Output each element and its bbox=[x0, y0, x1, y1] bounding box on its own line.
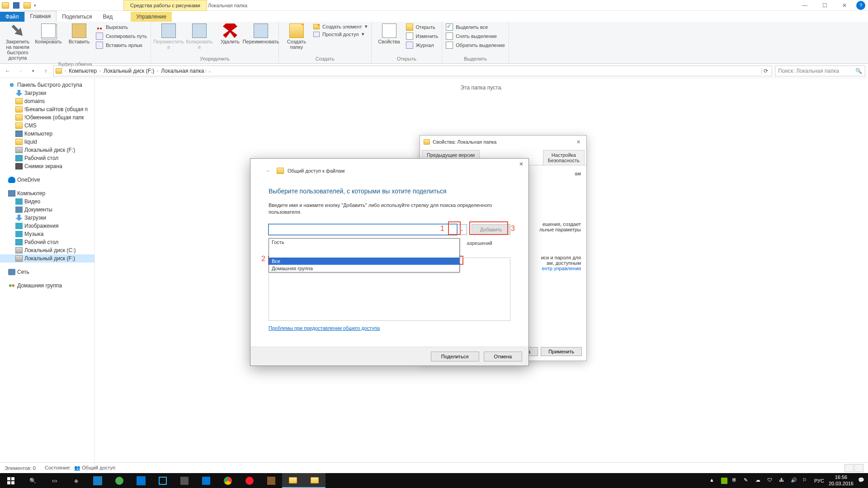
copyto-button[interactable]: Копировать в bbox=[185, 23, 213, 50]
tree-item-selected[interactable]: Локальный диск (F:) bbox=[0, 254, 94, 263]
tree-item[interactable]: Снимки экрана bbox=[0, 162, 94, 170]
rename-button[interactable]: Переименовать bbox=[247, 23, 275, 44]
props-tab-config[interactable]: Настройка Безопасность bbox=[543, 150, 585, 165]
taskbar-opera-icon[interactable] bbox=[239, 473, 260, 488]
tab-view[interactable]: Вид bbox=[97, 12, 118, 22]
tree-item[interactable]: Локальный диск (F:) bbox=[0, 146, 94, 154]
tree-item[interactable]: domains bbox=[0, 97, 94, 105]
tree-item[interactable]: CMS bbox=[0, 122, 94, 130]
tray-language[interactable]: РУС bbox=[814, 478, 824, 483]
paste-shortcut-button[interactable]: Вставить ярлык bbox=[96, 42, 147, 49]
address-box[interactable]: › Компьютер › Локальный диск (F:) › Лока… bbox=[53, 66, 772, 76]
tree-item[interactable]: Рабочий стол bbox=[0, 238, 94, 246]
tree-item[interactable]: Музыка bbox=[0, 230, 94, 238]
tab-share[interactable]: Поделиться bbox=[57, 12, 97, 22]
tree-item[interactable]: !Бекапы сайтов (общая п bbox=[0, 105, 94, 113]
share-close-button[interactable]: ✕ bbox=[515, 160, 528, 169]
tree-item[interactable]: Рабочий стол bbox=[0, 154, 94, 162]
tree-item[interactable]: Изображения bbox=[0, 222, 94, 230]
tree-item[interactable]: Локальный диск (C:) bbox=[0, 246, 94, 254]
tray-icon[interactable]: ✎ bbox=[744, 477, 751, 484]
refresh-button[interactable]: ⟳ bbox=[761, 68, 770, 74]
selectnone-button[interactable]: Снять выделение bbox=[446, 33, 505, 40]
taskbar-app[interactable] bbox=[108, 473, 130, 488]
tray-icon[interactable]: ⚐ bbox=[802, 477, 810, 484]
share-back-button[interactable]: ← bbox=[264, 166, 273, 175]
tree-onedrive[interactable]: OneDrive bbox=[0, 176, 94, 184]
delete-button[interactable]: Удалить bbox=[216, 23, 244, 44]
tree-homegroup[interactable]: Домашняя группа bbox=[0, 282, 94, 290]
props-close-button[interactable]: ✕ bbox=[572, 137, 585, 146]
paste-button[interactable]: Вставить bbox=[65, 23, 93, 44]
breadcrumb[interactable]: Локальная папка bbox=[161, 68, 204, 74]
tree-network[interactable]: Сеть bbox=[0, 268, 94, 276]
tray-network-icon[interactable]: 🖧 bbox=[779, 477, 786, 484]
taskbar-app[interactable] bbox=[195, 473, 217, 488]
breadcrumb[interactable]: Локальный диск (F:) bbox=[104, 68, 154, 74]
tree-item[interactable]: Компьютер bbox=[0, 130, 94, 138]
tray-icon[interactable]: 🛡 bbox=[767, 477, 774, 484]
taskbar-chrome-icon[interactable] bbox=[217, 473, 239, 488]
share-dropdown-button[interactable]: ⌄ bbox=[457, 224, 467, 235]
props-link[interactable]: ентр управления bbox=[542, 266, 581, 271]
tree-item[interactable]: Загрузки bbox=[0, 214, 94, 222]
tree-computer[interactable]: Компьютер bbox=[0, 189, 94, 197]
newfolder-button[interactable]: Создать папку bbox=[283, 23, 311, 50]
maximize-button[interactable]: ☐ bbox=[815, 0, 835, 11]
selectall-button[interactable]: Выделить все bbox=[446, 23, 505, 31]
properties-button[interactable]: Свойства bbox=[375, 23, 403, 44]
help-button[interactable]: ? bbox=[856, 1, 865, 10]
tray-icon[interactable]: ▲ bbox=[709, 477, 717, 484]
share-option-everyone[interactable]: Все bbox=[269, 258, 459, 265]
tree-item[interactable]: !Обменник (общая папк bbox=[0, 113, 94, 122]
invert-button[interactable]: Обратить выделение bbox=[446, 42, 505, 49]
share-add-button[interactable]: Добавить bbox=[472, 224, 510, 235]
address-dropdown[interactable]: ⌄ bbox=[206, 69, 213, 73]
share-troubleshoot-link[interactable]: Проблемы при предоставлении общего досту… bbox=[269, 325, 380, 331]
share-user-input[interactable] bbox=[269, 224, 457, 235]
share-option-guest[interactable]: Гость bbox=[269, 239, 459, 246]
newitem-button[interactable]: Создать элемент ▾ bbox=[313, 23, 368, 29]
start-button[interactable] bbox=[0, 473, 22, 488]
edit-button[interactable]: Изменить bbox=[406, 33, 439, 40]
tray-icon[interactable]: ⛨ bbox=[732, 477, 739, 484]
history-button[interactable]: Журнал bbox=[406, 42, 439, 49]
share-cancel-button[interactable]: Отмена bbox=[484, 352, 522, 361]
breadcrumb[interactable]: Компьютер bbox=[69, 68, 97, 74]
taskbar-app[interactable] bbox=[260, 473, 282, 488]
tab-manage[interactable]: Управление bbox=[131, 12, 172, 22]
minimize-button[interactable]: — bbox=[795, 0, 815, 11]
taskbar-app[interactable]: ◆ bbox=[65, 473, 87, 488]
forward-button[interactable]: → bbox=[15, 66, 25, 76]
tray-icon[interactable]: ☁ bbox=[755, 477, 763, 484]
tree-item[interactable]: Документы bbox=[0, 206, 94, 214]
taskbar-app[interactable] bbox=[130, 473, 152, 488]
taskbar-app[interactable] bbox=[174, 473, 195, 488]
tray-volume-icon[interactable]: 🔊 bbox=[791, 477, 798, 484]
recent-dropdown[interactable]: ▾ bbox=[28, 66, 38, 76]
taskbar-explorer-icon[interactable] bbox=[282, 473, 304, 488]
close-button[interactable]: ✕ bbox=[835, 0, 854, 11]
tray-icon[interactable] bbox=[721, 478, 727, 484]
cut-button[interactable]: Вырезать bbox=[96, 23, 147, 31]
tray-clock[interactable]: 16:56 20.03.2016 bbox=[829, 474, 854, 486]
view-details-button[interactable] bbox=[844, 464, 854, 472]
qat-save-icon[interactable] bbox=[12, 1, 21, 10]
easyaccess-button[interactable]: Простой доступ ▾ bbox=[313, 31, 368, 37]
share-share-button[interactable]: Поделиться bbox=[431, 352, 479, 361]
taskbar-taskview-icon[interactable]: ▭ bbox=[43, 473, 65, 488]
props-apply-button[interactable]: Применить bbox=[541, 347, 582, 356]
up-button[interactable]: ↑ bbox=[41, 66, 51, 76]
taskbar-explorer-icon[interactable] bbox=[304, 473, 326, 488]
copy-path-button[interactable]: Скопировать путь bbox=[96, 33, 147, 40]
view-icons-button[interactable] bbox=[854, 464, 863, 472]
tree-quick-access[interactable]: Панель быстрого доступа bbox=[0, 81, 94, 89]
tab-file[interactable]: Файл bbox=[0, 12, 24, 22]
qat-dropdown[interactable]: ▾ bbox=[33, 1, 37, 9]
copy-button[interactable]: Копировать bbox=[34, 23, 62, 44]
pin-quick-access-button[interactable]: Закрепить на панели быстрого доступа bbox=[4, 23, 32, 61]
moveto-button[interactable]: Переместить в bbox=[155, 23, 183, 50]
tray-notifications-icon[interactable]: 💬 bbox=[858, 477, 865, 484]
search-input[interactable]: Поиск: Локальная папка 🔍 bbox=[775, 66, 865, 76]
open-button[interactable]: Открыть bbox=[406, 23, 439, 31]
